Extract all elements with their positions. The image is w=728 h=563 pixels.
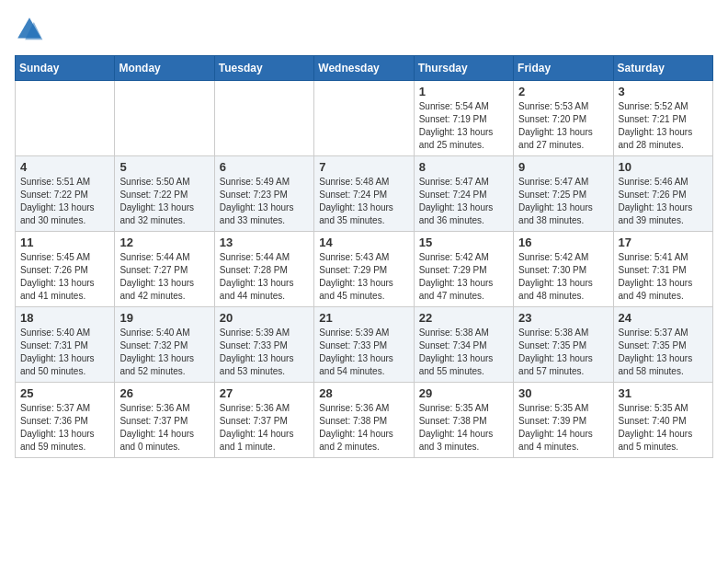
cell-content: Sunrise: 5:45 AM Sunset: 7:26 PM Dayligh…	[20, 251, 109, 303]
day-header-sunday: Sunday	[16, 56, 115, 81]
cell-content: Sunrise: 5:42 AM Sunset: 7:30 PM Dayligh…	[518, 251, 608, 303]
calendar-cell	[16, 81, 115, 156]
calendar-cell: 20Sunrise: 5:39 AM Sunset: 7:33 PM Dayli…	[214, 307, 313, 383]
day-number: 14	[319, 236, 408, 249]
day-number: 26	[119, 386, 209, 400]
calendar-week-row: 18Sunrise: 5:40 AM Sunset: 7:31 PM Dayli…	[16, 307, 713, 383]
calendar-cell: 30Sunrise: 5:35 AM Sunset: 7:39 PM Dayli…	[514, 383, 613, 458]
calendar-cell: 3Sunrise: 5:52 AM Sunset: 7:21 PM Daylig…	[613, 81, 712, 156]
calendar-cell	[314, 81, 414, 156]
cell-content: Sunrise: 5:37 AM Sunset: 7:36 PM Dayligh…	[20, 402, 109, 454]
page-header	[15, 15, 713, 44]
cell-content: Sunrise: 5:42 AM Sunset: 7:29 PM Dayligh…	[419, 251, 508, 303]
calendar-cell: 1Sunrise: 5:54 AM Sunset: 7:19 PM Daylig…	[414, 81, 513, 156]
day-header-friday: Friday	[514, 56, 613, 81]
cell-content: Sunrise: 5:39 AM Sunset: 7:33 PM Dayligh…	[220, 327, 309, 378]
cell-content: Sunrise: 5:36 AM Sunset: 7:37 PM Dayligh…	[119, 402, 209, 454]
calendar-cell: 18Sunrise: 5:40 AM Sunset: 7:31 PM Dayli…	[16, 307, 115, 383]
day-number: 23	[518, 311, 608, 325]
calendar-week-row: 11Sunrise: 5:45 AM Sunset: 7:26 PM Dayli…	[16, 232, 713, 307]
day-number: 12	[119, 236, 209, 249]
cell-content: Sunrise: 5:36 AM Sunset: 7:37 PM Dayligh…	[220, 402, 309, 454]
cell-content: Sunrise: 5:46 AM Sunset: 7:26 PM Dayligh…	[619, 176, 708, 227]
cell-content: Sunrise: 5:38 AM Sunset: 7:34 PM Dayligh…	[419, 327, 508, 378]
calendar-cell: 17Sunrise: 5:41 AM Sunset: 7:31 PM Dayli…	[613, 232, 712, 307]
calendar-cell: 15Sunrise: 5:42 AM Sunset: 7:29 PM Dayli…	[414, 232, 513, 307]
cell-content: Sunrise: 5:52 AM Sunset: 7:21 PM Dayligh…	[619, 100, 708, 152]
calendar-cell: 23Sunrise: 5:38 AM Sunset: 7:35 PM Dayli…	[514, 307, 613, 383]
day-number: 30	[518, 386, 608, 400]
day-header-monday: Monday	[115, 56, 214, 81]
day-number: 27	[220, 386, 309, 400]
calendar-header-row: SundayMondayTuesdayWednesdayThursdayFrid…	[16, 56, 713, 81]
calendar-cell: 14Sunrise: 5:43 AM Sunset: 7:29 PM Dayli…	[314, 232, 414, 307]
cell-content: Sunrise: 5:37 AM Sunset: 7:35 PM Dayligh…	[619, 327, 708, 378]
calendar-cell: 26Sunrise: 5:36 AM Sunset: 7:37 PM Dayli…	[115, 383, 214, 458]
cell-content: Sunrise: 5:40 AM Sunset: 7:32 PM Dayligh…	[119, 327, 209, 378]
day-number: 3	[619, 85, 708, 98]
day-number: 9	[518, 160, 608, 174]
day-number: 11	[20, 236, 109, 249]
day-number: 4	[20, 160, 109, 174]
calendar-cell: 25Sunrise: 5:37 AM Sunset: 7:36 PM Dayli…	[16, 383, 115, 458]
day-number: 31	[619, 386, 708, 400]
day-header-thursday: Thursday	[414, 56, 513, 81]
cell-content: Sunrise: 5:36 AM Sunset: 7:38 PM Dayligh…	[319, 402, 408, 454]
day-header-wednesday: Wednesday	[314, 56, 414, 81]
calendar-cell: 7Sunrise: 5:48 AM Sunset: 7:24 PM Daylig…	[314, 156, 414, 232]
day-number: 2	[518, 85, 608, 98]
calendar-cell: 4Sunrise: 5:51 AM Sunset: 7:22 PM Daylig…	[16, 156, 115, 232]
day-number: 22	[419, 311, 508, 325]
cell-content: Sunrise: 5:41 AM Sunset: 7:31 PM Dayligh…	[619, 251, 708, 303]
calendar-cell	[214, 81, 313, 156]
cell-content: Sunrise: 5:54 AM Sunset: 7:19 PM Dayligh…	[419, 100, 508, 152]
day-number: 24	[619, 311, 708, 325]
day-number: 17	[619, 236, 708, 249]
day-number: 25	[20, 386, 109, 400]
cell-content: Sunrise: 5:35 AM Sunset: 7:40 PM Dayligh…	[619, 402, 708, 454]
calendar-cell: 8Sunrise: 5:47 AM Sunset: 7:24 PM Daylig…	[414, 156, 513, 232]
cell-content: Sunrise: 5:49 AM Sunset: 7:23 PM Dayligh…	[220, 176, 309, 227]
day-number: 8	[419, 160, 508, 174]
day-header-saturday: Saturday	[613, 56, 712, 81]
calendar-cell: 11Sunrise: 5:45 AM Sunset: 7:26 PM Dayli…	[16, 232, 115, 307]
calendar-cell: 6Sunrise: 5:49 AM Sunset: 7:23 PM Daylig…	[214, 156, 313, 232]
cell-content: Sunrise: 5:44 AM Sunset: 7:27 PM Dayligh…	[119, 251, 209, 303]
calendar-week-row: 25Sunrise: 5:37 AM Sunset: 7:36 PM Dayli…	[16, 383, 713, 458]
calendar-week-row: 4Sunrise: 5:51 AM Sunset: 7:22 PM Daylig…	[16, 156, 713, 232]
cell-content: Sunrise: 5:50 AM Sunset: 7:22 PM Dayligh…	[119, 176, 209, 227]
day-number: 6	[220, 160, 309, 174]
day-number: 19	[119, 311, 209, 325]
calendar-week-row: 1Sunrise: 5:54 AM Sunset: 7:19 PM Daylig…	[16, 81, 713, 156]
calendar-cell: 28Sunrise: 5:36 AM Sunset: 7:38 PM Dayli…	[314, 383, 414, 458]
calendar-cell: 12Sunrise: 5:44 AM Sunset: 7:27 PM Dayli…	[115, 232, 214, 307]
day-number: 1	[419, 85, 508, 98]
day-number: 29	[419, 386, 508, 400]
calendar-table: SundayMondayTuesdayWednesdayThursdayFrid…	[15, 55, 713, 458]
calendar-cell: 10Sunrise: 5:46 AM Sunset: 7:26 PM Dayli…	[613, 156, 712, 232]
day-number: 5	[119, 160, 209, 174]
day-number: 28	[319, 386, 408, 400]
cell-content: Sunrise: 5:47 AM Sunset: 7:25 PM Dayligh…	[518, 176, 608, 227]
calendar-cell: 22Sunrise: 5:38 AM Sunset: 7:34 PM Dayli…	[414, 307, 513, 383]
calendar-cell	[115, 81, 214, 156]
calendar-cell: 24Sunrise: 5:37 AM Sunset: 7:35 PM Dayli…	[613, 307, 712, 383]
calendar-cell: 16Sunrise: 5:42 AM Sunset: 7:30 PM Dayli…	[514, 232, 613, 307]
logo	[15, 15, 48, 44]
calendar-cell: 21Sunrise: 5:39 AM Sunset: 7:33 PM Dayli…	[314, 307, 414, 383]
cell-content: Sunrise: 5:39 AM Sunset: 7:33 PM Dayligh…	[319, 327, 408, 378]
calendar-cell: 31Sunrise: 5:35 AM Sunset: 7:40 PM Dayli…	[613, 383, 712, 458]
cell-content: Sunrise: 5:47 AM Sunset: 7:24 PM Dayligh…	[419, 176, 508, 227]
day-number: 7	[319, 160, 408, 174]
logo-icon	[15, 15, 44, 44]
cell-content: Sunrise: 5:35 AM Sunset: 7:39 PM Dayligh…	[518, 402, 608, 454]
day-number: 21	[319, 311, 408, 325]
day-header-tuesday: Tuesday	[214, 56, 313, 81]
day-number: 10	[619, 160, 708, 174]
cell-content: Sunrise: 5:35 AM Sunset: 7:38 PM Dayligh…	[419, 402, 508, 454]
cell-content: Sunrise: 5:51 AM Sunset: 7:22 PM Dayligh…	[20, 176, 109, 227]
calendar-cell: 13Sunrise: 5:44 AM Sunset: 7:28 PM Dayli…	[214, 232, 313, 307]
calendar-cell: 2Sunrise: 5:53 AM Sunset: 7:20 PM Daylig…	[514, 81, 613, 156]
calendar-cell: 29Sunrise: 5:35 AM Sunset: 7:38 PM Dayli…	[414, 383, 513, 458]
day-number: 13	[220, 236, 309, 249]
